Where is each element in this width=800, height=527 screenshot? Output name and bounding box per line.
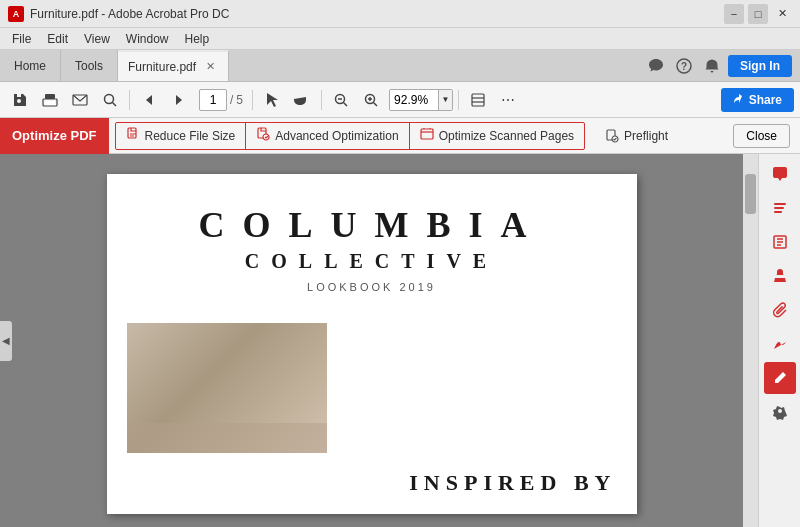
sticky-note-button[interactable] (764, 226, 796, 258)
tab-close-button[interactable]: ✕ (202, 59, 218, 75)
svg-marker-10 (267, 93, 278, 107)
tab-tools[interactable]: Tools (61, 50, 118, 81)
comment-panel-button[interactable] (764, 158, 796, 190)
select-tool-button[interactable] (258, 86, 286, 114)
hand-tool-button[interactable] (288, 86, 316, 114)
pdf-title-sub: COLLECTIVE (245, 250, 498, 273)
tab-file[interactable]: Furniture.pdf ✕ (118, 50, 229, 81)
svg-text:?: ? (681, 61, 687, 72)
more-button[interactable]: ⋯ (494, 86, 522, 114)
main-area: ◀ COLUMBIA COLLECTIVE LOOKBOOK 2019 INSP… (0, 154, 800, 527)
zoom-in-button[interactable] (357, 86, 385, 114)
advanced-opt-icon (256, 127, 270, 144)
notification-icon[interactable] (700, 54, 724, 78)
menu-view[interactable]: View (76, 30, 118, 48)
save-button[interactable] (6, 86, 34, 114)
pdf-title-main: COLUMBIA (198, 204, 544, 246)
pdf-viewport: COLUMBIA COLLECTIVE LOOKBOOK 2019 INSPIR… (0, 154, 743, 527)
svg-rect-28 (774, 203, 786, 205)
zoom-value: 92.9% (390, 90, 438, 110)
window-close-button[interactable]: ✕ (772, 4, 792, 24)
share-label: Share (749, 93, 782, 107)
scroll-thumb[interactable] (745, 174, 756, 214)
prev-page-button[interactable] (135, 86, 163, 114)
menu-bar: File Edit View Window Help (0, 28, 800, 50)
optimize-scanned-button[interactable]: Optimize Scanned Pages (410, 123, 584, 149)
svg-rect-18 (472, 94, 484, 106)
email-button[interactable] (66, 86, 94, 114)
window-title: Furniture.pdf - Adobe Acrobat Pro DC (30, 7, 229, 21)
toolbar-separator (129, 90, 130, 110)
tab-home-label: Home (14, 59, 46, 73)
tab-right-icons: ? Sign In (636, 50, 800, 81)
reduce-file-size-label: Reduce File Size (145, 129, 236, 143)
tab-bar: Home Tools Furniture.pdf ✕ ? Sign In (0, 50, 800, 82)
maximize-button[interactable]: □ (748, 4, 768, 24)
svg-rect-4 (45, 101, 55, 105)
right-panel (758, 154, 800, 527)
optimize-scanned-label: Optimize Scanned Pages (439, 129, 574, 143)
toolbar-separator-3 (321, 90, 322, 110)
tab-home[interactable]: Home (0, 50, 61, 81)
advanced-optimization-label: Advanced Optimization (275, 129, 398, 143)
close-panel-button[interactable]: Close (733, 124, 790, 148)
edit-panel-button[interactable] (764, 362, 796, 394)
svg-line-7 (113, 102, 117, 106)
fit-page-button[interactable] (464, 86, 492, 114)
optimize-bar: Optimize PDF Reduce File Size Advanced O… (0, 118, 800, 154)
advanced-optimization-button[interactable]: Advanced Optimization (246, 123, 409, 149)
print-button[interactable] (36, 86, 64, 114)
optimize-tools-group: Reduce File Size Advanced Optimization O… (115, 122, 586, 150)
highlight-panel-button[interactable] (764, 192, 796, 224)
next-page-button[interactable] (165, 86, 193, 114)
minimize-button[interactable]: − (724, 4, 744, 24)
reduce-file-size-button[interactable]: Reduce File Size (116, 123, 247, 149)
toolbar: / 5 92.9% ▼ ⋯ Share (0, 82, 800, 118)
zoom-dropdown[interactable]: ▼ (438, 89, 452, 111)
scrollbar[interactable] (743, 154, 758, 527)
toolbar-separator-4 (458, 90, 459, 110)
pdf-photo (127, 323, 327, 453)
tab-spacer (229, 50, 636, 81)
tab-tools-label: Tools (75, 59, 103, 73)
svg-marker-9 (176, 95, 182, 105)
optimize-pdf-label: Optimize PDF (0, 118, 109, 154)
window-controls: − □ ✕ (724, 4, 792, 24)
chat-icon[interactable] (644, 54, 668, 78)
svg-point-6 (105, 94, 114, 103)
toolbar-separator-2 (252, 90, 253, 110)
menu-file[interactable]: File (4, 30, 39, 48)
pdf-image-area (107, 323, 637, 453)
sign-panel-button[interactable] (764, 328, 796, 360)
pdf-lookbook: LOOKBOOK 2019 (307, 281, 436, 293)
svg-rect-24 (421, 129, 433, 139)
optimize-scanned-icon (420, 127, 434, 144)
sign-in-button[interactable]: Sign In (728, 55, 792, 77)
attach-panel-button[interactable] (764, 294, 796, 326)
menu-window[interactable]: Window (118, 30, 177, 48)
menu-edit[interactable]: Edit (39, 30, 76, 48)
page-input-group: / 5 (199, 89, 243, 111)
page-number-input[interactable] (199, 89, 227, 111)
svg-line-12 (344, 102, 348, 106)
help-icon[interactable]: ? (672, 54, 696, 78)
preflight-button[interactable]: Preflight (595, 122, 678, 150)
title-bar-left: A Furniture.pdf - Adobe Acrobat Pro DC (8, 6, 229, 22)
menu-help[interactable]: Help (177, 30, 218, 48)
left-panel-collapse[interactable]: ◀ (0, 321, 12, 361)
pdf-content: COLUMBIA COLLECTIVE LOOKBOOK 2019 (107, 174, 637, 313)
search-button[interactable] (96, 86, 124, 114)
tools-panel-button[interactable] (764, 396, 796, 428)
zoom-group: 92.9% ▼ (389, 89, 453, 111)
svg-line-15 (374, 102, 378, 106)
share-button[interactable]: Share (721, 88, 794, 112)
svg-rect-30 (774, 211, 782, 213)
svg-rect-29 (774, 207, 784, 209)
svg-point-23 (263, 134, 269, 140)
zoom-out-button[interactable] (327, 86, 355, 114)
reduce-icon (126, 127, 140, 144)
stamp-panel-button[interactable] (764, 260, 796, 292)
preflight-label: Preflight (624, 129, 668, 143)
tab-file-label: Furniture.pdf (128, 60, 196, 74)
page-total: 5 (236, 93, 243, 107)
